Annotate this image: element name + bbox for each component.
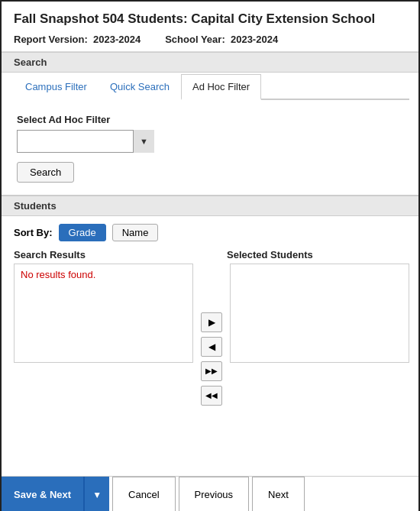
report-version: Report Version: 2023-2024 [14, 34, 141, 45]
move-all-left-button[interactable]: ◀◀ [201, 386, 222, 406]
header-meta: Report Version: 2023-2024 School Year: 2… [14, 34, 409, 45]
page-title: Fall Snapshot 504 Students: Capital City… [14, 11, 409, 27]
search-section-label: Search [2, 52, 420, 73]
move-right-icon: ▶ [208, 317, 215, 328]
search-button[interactable]: Search [17, 162, 74, 183]
move-all-right-button[interactable]: ▶▶ [201, 361, 222, 381]
search-area: Campus Filter Quick Search Ad Hoc Filter… [2, 73, 420, 196]
save-next-wrapper: Save & Next ▼ [2, 477, 109, 511]
sort-name-button[interactable]: Name [112, 224, 159, 241]
sort-grade-button[interactable]: Grade [59, 224, 106, 241]
students-area: Sort By: Grade Name Search Results No re… [2, 216, 420, 476]
save-next-dropdown-icon: ▼ [92, 490, 102, 500]
search-results-list[interactable]: No results found. [14, 264, 193, 363]
move-all-right-icon: ▶▶ [205, 367, 218, 375]
sort-row: Sort By: Grade Name [14, 224, 409, 241]
page-header: Fall Snapshot 504 Students: Capital City… [2, 2, 420, 52]
tab-campus-filter[interactable]: Campus Filter [14, 74, 99, 100]
tab-ad-hoc-filter[interactable]: Ad Hoc Filter [181, 74, 261, 100]
move-right-button[interactable]: ▶ [201, 312, 222, 332]
save-next-button[interactable]: Save & Next [2, 477, 84, 511]
search-tabs: Campus Filter Quick Search Ad Hoc Filter [14, 73, 409, 100]
no-results-text: No results found. [21, 269, 95, 280]
ad-hoc-select-label: Select Ad Hoc Filter [17, 114, 409, 125]
previous-button[interactable]: Previous [179, 477, 250, 511]
school-year: School Year: 2023-2024 [165, 34, 278, 45]
cancel-button[interactable]: Cancel [112, 477, 175, 511]
save-next-dropdown-button[interactable]: ▼ [84, 477, 109, 511]
ad-hoc-filter-content: Select Ad Hoc Filter ▼ Search [14, 111, 409, 186]
tab-quick-search[interactable]: Quick Search [99, 74, 181, 100]
ad-hoc-filter-select[interactable] [17, 130, 154, 153]
selected-students-label: Selected Students [227, 249, 409, 260]
transfer-buttons-col: ▶ ◀ ▶▶ ◀◀ [196, 249, 227, 468]
search-results-label: Search Results [14, 249, 196, 260]
move-left-icon: ◀ [208, 341, 215, 352]
search-results-col: Search Results No results found. [14, 249, 196, 468]
students-section-label: Students [2, 196, 420, 216]
selected-students-col: Selected Students [227, 249, 409, 468]
sort-by-label: Sort By: [14, 227, 53, 238]
page-wrapper: Fall Snapshot 504 Students: Capital City… [2, 2, 420, 511]
footer: Save & Next ▼ Cancel Previous Next [2, 476, 420, 511]
move-left-button[interactable]: ◀ [201, 337, 222, 357]
next-button[interactable]: Next [252, 477, 305, 511]
results-row: Search Results No results found. ▶ ◀ ▶▶ … [14, 249, 409, 468]
ad-hoc-select-wrapper: ▼ [17, 130, 154, 153]
selected-students-list[interactable] [230, 264, 409, 363]
move-all-left-icon: ◀◀ [205, 391, 218, 399]
